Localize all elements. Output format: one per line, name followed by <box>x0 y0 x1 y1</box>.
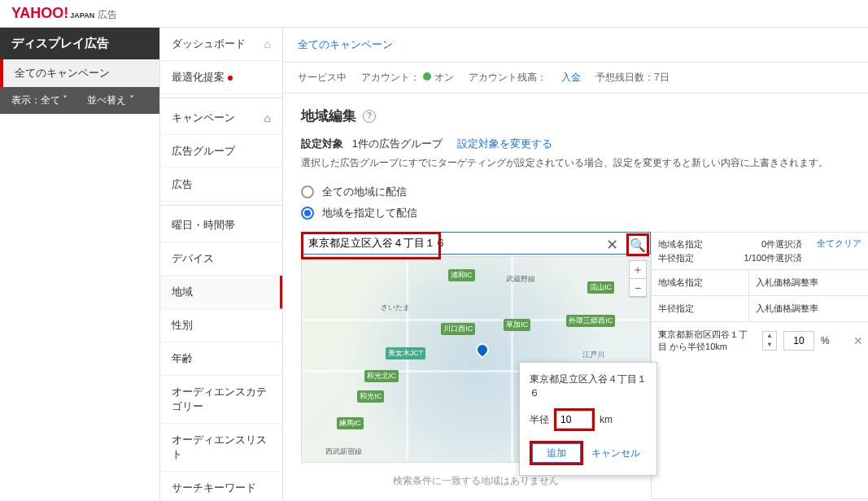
nav-aud-list[interactable]: オーディエンスリスト <box>160 424 282 472</box>
overwrite-note: 選択した広告グループにすでにターゲティングが設定されている場合、設定を変更すると… <box>301 156 850 170</box>
radio-all-regions[interactable]: 全ての地域に配信 <box>301 181 850 203</box>
clear-input-icon[interactable]: ✕ <box>603 234 622 255</box>
alert-dot-icon <box>228 76 233 81</box>
radio-off-icon <box>301 185 314 198</box>
panel-row-value: 入札価格調整率 <box>749 270 868 295</box>
map-label: 和光IC <box>357 390 384 403</box>
panel-row-label: 半径指定 <box>652 296 749 321</box>
map-label: 浦和IC <box>448 269 475 281</box>
radio-specific-regions[interactable]: 地域を指定して配信 <box>301 203 850 224</box>
map-label: さいたま <box>378 302 412 314</box>
nav-optimize[interactable]: 最適化提案 <box>160 61 282 94</box>
map-label: 外環三郷西IC <box>566 315 615 327</box>
radio-on-icon <box>301 207 314 220</box>
map-label: 流山IC <box>587 281 614 294</box>
map-label: 美女木JCT <box>386 347 426 359</box>
add-button[interactable]: 追加 <box>532 443 581 463</box>
sort-button[interactable]: 並べ替え ˅ <box>87 94 133 107</box>
nav-device[interactable]: デバイス <box>160 242 282 276</box>
panel-head-right: 0件選択済1/100件選択済 <box>737 233 809 269</box>
cancel-link[interactable]: キャンセル <box>591 447 640 460</box>
location-popup: 東京都足立区入谷４丁目１６ 半径 km 追加 キャンセル <box>519 362 657 476</box>
balance-label: アカウント残高： <box>469 71 547 85</box>
nav-dashboard[interactable]: ダッシュボード⌂ <box>160 28 282 61</box>
forecast-days: 予想残日数：7日 <box>595 71 670 85</box>
panel-head-left: 地域名指定半径指定 <box>652 233 737 269</box>
map-label: 和光北IC <box>364 370 399 382</box>
step-up-icon[interactable]: ▲ <box>763 332 776 341</box>
nav-search-keyword[interactable]: サーチキーワード <box>160 472 282 501</box>
search-icon[interactable]: 🔍 <box>626 233 649 256</box>
nav-age[interactable]: 年齢 <box>160 342 282 376</box>
radius-label: 半径 <box>530 413 549 427</box>
zoom-out-button[interactable]: − <box>630 279 646 297</box>
status-on-icon <box>423 72 431 81</box>
panel-row-label: 地域名指定 <box>652 270 749 295</box>
search-highlight <box>301 232 441 259</box>
popup-title: 東京都足立区入谷４丁目１６ <box>530 372 647 400</box>
all-campaigns-item[interactable]: 全てのキャンペーン <box>0 59 159 87</box>
step-down-icon[interactable]: ▼ <box>763 341 776 350</box>
map-label: 武蔵野線 <box>504 273 538 285</box>
map-label: 川口西IC <box>441 323 475 335</box>
map-pin-icon <box>473 341 492 359</box>
bid-stepper[interactable]: ▲▼ <box>762 331 777 351</box>
page-title: 地域編集 ? <box>301 107 850 125</box>
percent-label: % <box>821 335 830 346</box>
nav-campaign[interactable]: キャンペーン⌂ <box>160 102 282 135</box>
target-value: 1件の広告グループ <box>352 137 443 150</box>
breadcrumb[interactable]: 全てのキャンペーン <box>283 28 868 63</box>
product-title: ディスプレイ広告 <box>0 28 159 59</box>
nav-ads[interactable]: 広告 <box>160 168 282 202</box>
nav-aud-category[interactable]: オーディエンスカテゴリー <box>160 376 282 424</box>
zoom-in-button[interactable]: ＋ <box>630 261 646 279</box>
service-status: サービス中 <box>298 71 347 85</box>
yahoo-logo: YAHOO!JAPAN 広告 <box>11 5 117 22</box>
radius-input[interactable] <box>556 411 592 429</box>
account-status: アカウント：オン <box>361 71 454 85</box>
nav-gender[interactable]: 性別 <box>160 309 282 342</box>
remove-icon[interactable]: ✕ <box>853 334 863 347</box>
radius-unit: km <box>600 414 613 425</box>
nav-region[interactable]: 地域 <box>160 276 282 309</box>
nav-daytime[interactable]: 曜日・時間帯 <box>160 209 282 242</box>
target-label: 設定対象 <box>301 137 343 150</box>
selected-region-item: 東京都新宿区四谷１丁目 から半径10km ▲▼ % ✕ <box>652 322 868 360</box>
home-icon: ⌂ <box>264 37 271 50</box>
deposit-link[interactable]: 入金 <box>561 71 581 85</box>
display-filter[interactable]: 表示：全て ˅ <box>11 94 68 107</box>
map-label: 草加IC <box>504 319 530 331</box>
map-label: 西武新宿線 <box>323 446 364 458</box>
panel-row-value: 入札価格調整率 <box>749 296 868 321</box>
home-icon: ⌂ <box>264 111 271 124</box>
bid-adjust-input[interactable] <box>783 331 814 351</box>
change-target-link[interactable]: 設定対象を変更する <box>457 137 552 150</box>
clear-all-link[interactable]: 全てクリア <box>809 233 868 269</box>
map-label: 江戸川 <box>580 349 607 361</box>
map-label: 練馬IC <box>337 417 364 429</box>
nav-adgroup[interactable]: 広告グループ <box>160 135 282 168</box>
help-icon[interactable]: ? <box>363 110 376 123</box>
